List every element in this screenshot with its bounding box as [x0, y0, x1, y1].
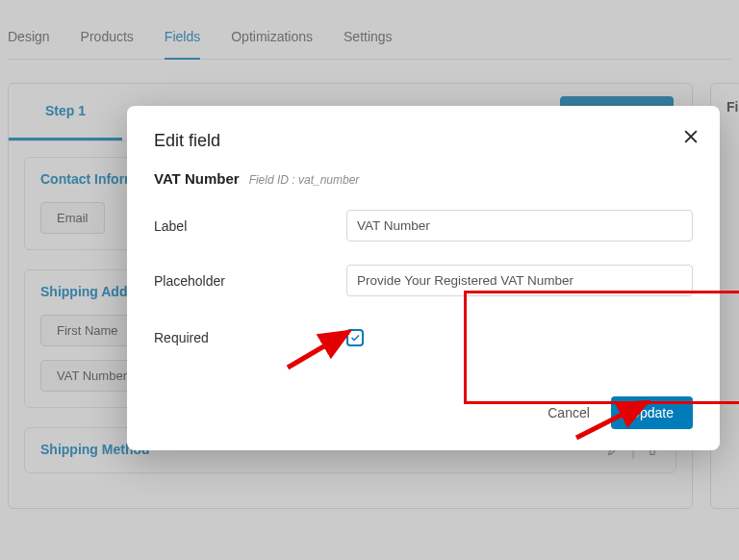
- label-input[interactable]: [346, 210, 693, 242]
- cancel-button[interactable]: Cancel: [548, 405, 590, 420]
- field-id-label: Field ID : vat_number: [249, 173, 360, 187]
- edit-field-modal: Edit field VAT Number Field ID : vat_num…: [127, 106, 720, 450]
- modal-title: Edit field: [154, 131, 693, 151]
- placeholder-input[interactable]: [346, 265, 693, 296]
- field-name-label: VAT Number: [154, 170, 240, 187]
- update-button[interactable]: Update: [611, 396, 693, 429]
- annotation-red-box: [464, 291, 739, 404]
- row-label-label: Label: [154, 218, 346, 234]
- row-label-required: Required: [154, 330, 346, 345]
- row-label-placeholder: Placeholder: [154, 273, 346, 289]
- required-checkbox[interactable]: [346, 329, 364, 346]
- close-icon[interactable]: [681, 127, 701, 149]
